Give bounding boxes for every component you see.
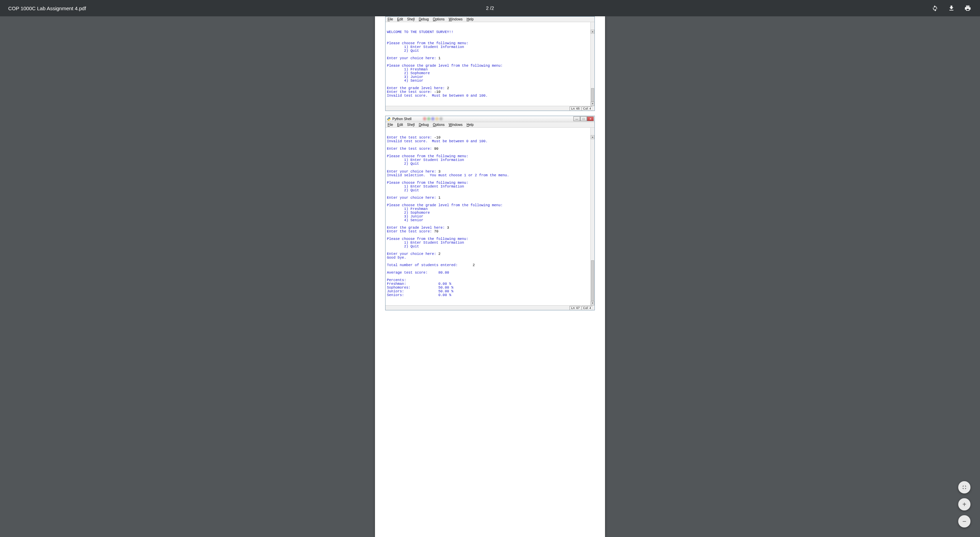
menu-edit: Edit bbox=[397, 18, 403, 21]
header-actions bbox=[931, 4, 972, 12]
fit-page-button[interactable] bbox=[958, 481, 970, 494]
scrollbar-2: ▲ ▼ bbox=[590, 127, 595, 305]
menu-debug: Debug bbox=[419, 123, 429, 127]
menu-options: Options bbox=[433, 18, 444, 21]
print-icon[interactable] bbox=[964, 4, 972, 12]
menu-options: Options bbox=[433, 123, 444, 127]
scroll-down-arrow-icon: ▼ bbox=[591, 102, 595, 106]
shell-output-1: WELCOME TO THE STUDENT SURVEY!! Please c… bbox=[385, 22, 595, 106]
menu-windows: Windows bbox=[449, 123, 463, 127]
page-indicator: 2 /2 bbox=[486, 5, 494, 11]
status-ln: Ln: 65 bbox=[570, 107, 581, 111]
pdf-viewer-header: COP 1000C Lab Assignment 4.pdf 2 /2 bbox=[0, 0, 980, 16]
menu-file: File bbox=[388, 18, 393, 21]
scroll-thumb bbox=[591, 260, 594, 301]
scroll-down-arrow-icon: ▼ bbox=[591, 301, 595, 305]
zoom-out-button[interactable]: − bbox=[958, 515, 970, 527]
menu-edit: Edit bbox=[397, 123, 403, 127]
maximize-icon: □ bbox=[580, 116, 587, 121]
scroll-thumb bbox=[591, 88, 594, 102]
zoom-in-button[interactable]: + bbox=[958, 498, 970, 510]
menu-file: File bbox=[388, 123, 393, 127]
blurred-taskbar bbox=[423, 116, 443, 121]
python-shell-window-1: File Edit Shell Debug Options Windows He… bbox=[385, 16, 595, 111]
shell-output-2: Enter the test score: -10Invalid test sc… bbox=[385, 127, 595, 305]
shell-statusbar-1: Ln: 65Col: 4 bbox=[385, 106, 595, 111]
download-icon[interactable] bbox=[947, 4, 956, 12]
pdf-content-area[interactable]: File Edit Shell Debug Options Windows He… bbox=[0, 16, 980, 537]
shell-titlebar-2: Python Shell — □ ✕ bbox=[385, 116, 595, 122]
menu-help: Help bbox=[466, 123, 474, 127]
status-col: Col: 4 bbox=[582, 306, 592, 310]
menu-windows: Windows bbox=[449, 18, 463, 21]
rotate-icon[interactable] bbox=[931, 4, 939, 12]
minimize-icon: — bbox=[573, 116, 580, 121]
python-shell-window-2: Python Shell — □ ✕ File Edit Shell bbox=[385, 116, 595, 310]
status-col: Col: 4 bbox=[582, 107, 592, 111]
scrollbar-1: ▲ ▼ bbox=[590, 22, 595, 106]
menu-debug: Debug bbox=[419, 18, 429, 21]
document-title: COP 1000C Lab Assignment 4.pdf bbox=[8, 5, 86, 11]
shell-menubar-1: File Edit Shell Debug Options Windows He… bbox=[385, 17, 595, 22]
menu-shell: Shell bbox=[407, 123, 414, 127]
shell-title-text: Python Shell bbox=[392, 117, 411, 121]
menu-shell: Shell bbox=[407, 18, 414, 21]
window-buttons: — □ ✕ bbox=[573, 116, 594, 121]
close-icon: ✕ bbox=[587, 116, 594, 121]
pdf-page: File Edit Shell Debug Options Windows He… bbox=[375, 16, 605, 537]
shell-menubar-2: File Edit Shell Debug Options Windows He… bbox=[385, 122, 595, 127]
python-icon bbox=[387, 117, 391, 121]
menu-help: Help bbox=[466, 18, 474, 21]
shell-statusbar-2: Ln: 67Col: 4 bbox=[385, 305, 595, 310]
fab-container: + − bbox=[958, 481, 970, 527]
status-ln: Ln: 67 bbox=[570, 306, 581, 310]
